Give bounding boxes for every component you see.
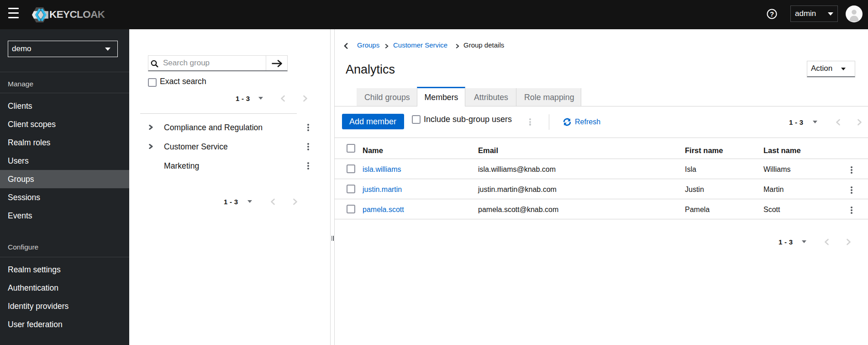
svg-text:?: ?: [770, 10, 774, 18]
svg-text:KEYCLOAK: KEYCLOAK: [49, 9, 105, 20]
